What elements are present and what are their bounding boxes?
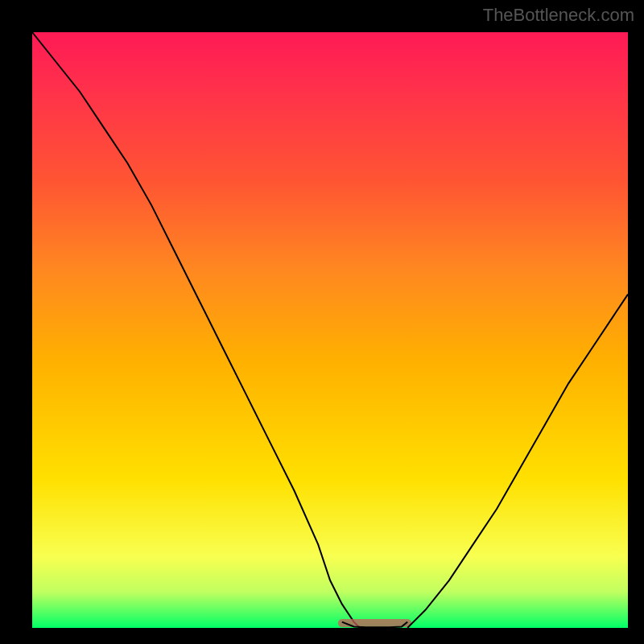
curve-left-descent — [32, 32, 360, 628]
chart-canvas — [32, 32, 628, 628]
curve-right-ascent — [407, 295, 628, 628]
watermark-text: TheBottleneck.com — [483, 5, 634, 26]
chart-svg — [32, 32, 628, 628]
